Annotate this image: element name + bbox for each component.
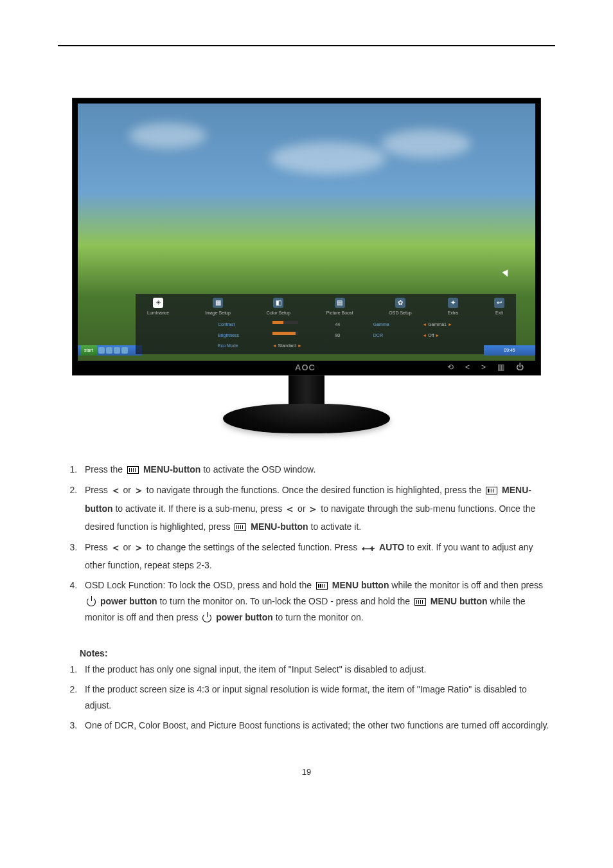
bezel-auto-icon: ⟲: [447, 361, 454, 375]
right-icon: ＞: [134, 542, 144, 553]
taskbar-clock: 09:45: [484, 345, 535, 356]
osd-tab-osd-setup: ✿ OSD Setup: [389, 298, 411, 318]
instruction-step-2: Press ＜ or ＞ to navigate through the fun…: [80, 482, 555, 535]
gamma-label: Gamma: [373, 321, 414, 329]
image-setup-icon: ▦: [213, 298, 223, 308]
exit-icon: ↩: [494, 298, 504, 308]
osd-tabs: ☀ Luminance ▦ Image Setup ◧ Color Setup …: [141, 298, 511, 321]
osd-tab-extra: ✦ Extra: [448, 298, 458, 318]
brand-logo: AOC: [295, 360, 315, 375]
osd-setup-icon: ✿: [395, 298, 405, 308]
bezel-controls: ⟲ < > ▥ ⏻: [447, 361, 524, 375]
osd-tab-label: Luminance: [147, 309, 169, 318]
osd-menu: ☀ Luminance ▦ Image Setup ◧ Color Setup …: [136, 294, 516, 354]
color-setup-icon: ◧: [273, 298, 283, 308]
osd-tab-label: Picture Boost: [326, 309, 353, 318]
bezel-left-icon: <: [465, 361, 470, 375]
right-icon: ＞: [134, 485, 144, 496]
contrast-value: 44: [335, 321, 365, 329]
dcr-value: Off: [428, 333, 434, 338]
menu-icon: [127, 466, 139, 474]
osd-tab-label: Color Setup: [267, 309, 290, 318]
header-divider: [58, 45, 555, 46]
right-icon: ＞: [308, 503, 318, 514]
note-2: If the product screen size is 4:3 or inp…: [80, 682, 555, 714]
osd-tab-label: Extra: [448, 309, 458, 318]
luminance-icon: ☀: [153, 298, 163, 308]
osd-tab-exit: ↩ Exit: [494, 298, 504, 318]
taskbar: start: [78, 345, 142, 356]
auto-icon: [362, 543, 375, 552]
eco-value: Standard: [278, 343, 296, 348]
dcr-label: DCR: [373, 332, 414, 340]
bezel-power-icon: ⏻: [516, 361, 524, 375]
brightness-label: Brightness: [218, 332, 265, 340]
notes-heading: Notes:: [80, 646, 555, 662]
cursor-icon: [502, 269, 510, 278]
instruction-step-3: Press ＜ or ＞ to change the settings of t…: [80, 539, 555, 574]
extra-icon: ✦: [448, 298, 458, 308]
osd-tab-label: OSD Setup: [389, 309, 411, 318]
left-icon: ＜: [111, 485, 121, 496]
gamma-value: Gamma1: [428, 322, 447, 327]
osd-tab-color-setup: ◧ Color Setup: [267, 298, 290, 318]
menu-icon: [235, 523, 246, 531]
menu-icon: [414, 598, 426, 606]
monitor-illustration: start ☀ Luminance ▦ Image Setup: [72, 98, 541, 436]
osd-tab-image-setup: ▦ Image Setup: [205, 298, 231, 318]
power-icon: [87, 597, 96, 606]
osd-tab-label: Image Setup: [205, 309, 231, 318]
page-number: 19: [58, 764, 555, 779]
bezel-menu-icon: ▥: [497, 361, 504, 375]
menu-icon: [486, 487, 497, 494]
contrast-label: Contrast: [218, 321, 265, 329]
instructions-list: Press the MENU-button to activate the OS…: [58, 462, 555, 626]
left-icon: ＜: [285, 503, 295, 514]
osd-tab-label: Exit: [495, 309, 503, 318]
bezel-right-icon: >: [481, 361, 486, 375]
instruction-step-1: Press the MENU-button to activate the OS…: [80, 462, 555, 478]
monitor-stand: [223, 375, 390, 436]
instruction-step-4: OSD Lock Function: To lock the OSD, pres…: [80, 577, 555, 626]
menu-icon: [316, 582, 328, 590]
osd-settings: Contrast 44 Gamma ◄ Gamma1 ► Brightness …: [141, 321, 511, 350]
picture-boost-icon: ▤: [335, 298, 345, 308]
start-button: start: [80, 345, 97, 356]
osd-tab-luminance: ☀ Luminance: [147, 298, 169, 318]
notes-section: Notes: If the product has only one signa…: [58, 646, 555, 734]
monitor-frame: start ☀ Luminance ▦ Image Setup: [72, 98, 541, 375]
note-3: One of DCR, Color Boost, and Picture Boo…: [80, 718, 555, 734]
brightness-value: 90: [335, 332, 365, 340]
osd-tab-picture-boost: ▤ Picture Boost: [326, 298, 353, 318]
monitor-screen: start ☀ Luminance ▦ Image Setup: [78, 104, 535, 361]
note-1: If the product has only one signal input…: [80, 662, 555, 678]
power-icon: [202, 613, 211, 622]
monitor-bezel: AOC ⟲ < > ▥ ⏻: [78, 361, 535, 375]
eco-label: Eco Mode: [218, 342, 265, 350]
left-icon: ＜: [111, 542, 121, 553]
